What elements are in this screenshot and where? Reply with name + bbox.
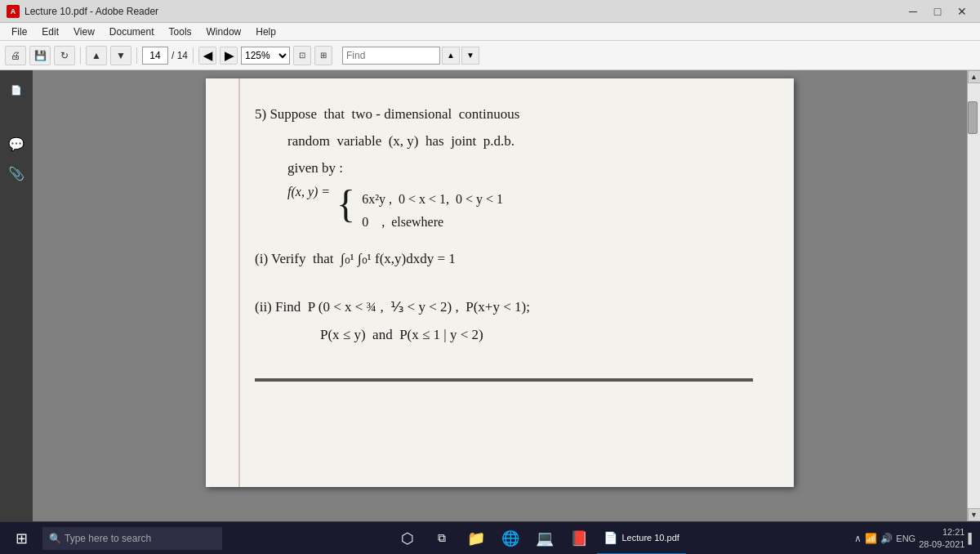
close-button[interactable]: ✕ [951,3,973,20]
date-display: 28-09-2021 [919,538,964,550]
toolbar: 🖨 💾 ↻ ▲ ▼ / 14 ◀ ▶ 125% 100% 150% 75% ⊡ … [0,41,980,70]
attachments-btn[interactable]: 📎 [5,162,28,185]
pdf-page: 5) Suppose that two - dimensional contin… [206,78,794,487]
math-line-3: given by : [287,157,753,179]
menu-bar: File Edit View Document Tools Window Hel… [0,23,980,41]
taskbar-left: ⊞ 🔍 Type here to search [0,522,222,555]
taskbar-task-view[interactable]: ⧉ [425,522,458,555]
separator-2 [136,47,137,64]
refresh-button[interactable]: ↻ [54,46,75,65]
left-brace: { [336,185,355,224]
start-button[interactable]: ⊞ [3,522,39,555]
minimize-button[interactable]: ─ [902,3,924,20]
menu-file[interactable]: File [5,25,33,39]
zoom-out-button[interactable]: ◀ [198,47,216,65]
zoom-select[interactable]: 125% 100% 150% 75% [241,47,290,65]
taskbar-chrome[interactable]: 🌐 [494,522,527,555]
clock[interactable]: 12:21 28-09-2021 [919,526,964,550]
case-2: 0 , elsewhere [362,211,503,235]
math-line-find: (ii) Find P (0 < x < ¾ , ⅓ < y < 2) , P(… [255,296,753,318]
scroll-track[interactable] [968,83,980,508]
page-navigation: / 14 [142,47,188,65]
left-panel: 📄 💬 📎 [0,70,33,521]
time-display: 12:21 [919,526,964,538]
menu-view[interactable]: View [67,25,101,39]
taskbar-cortana[interactable]: ⬡ [391,522,424,555]
menu-edit[interactable]: Edit [35,25,65,39]
taskbar-terminal[interactable]: 💻 [528,522,561,555]
separator-3 [193,47,194,64]
title-bar-left: A Lecture 10.pdf - Adobe Reader [7,5,158,18]
system-tray: ∧ 📶 🔊 [854,533,893,544]
search-icon: 🔍 [49,533,61,544]
page-number-input[interactable] [142,47,168,65]
menu-help[interactable]: Help [249,25,283,39]
fit-page-button[interactable]: ⊡ [293,46,311,65]
prev-page-button[interactable]: ▲ [86,46,107,65]
app-icon: A [7,5,20,18]
taskbar: ⊞ 🔍 Type here to search ⬡ ⧉ 📁 🌐 💻 📕 📄 Le… [0,521,980,554]
page-thumbnail-btn[interactable]: 📄 [5,78,28,101]
title-bar: A Lecture 10.pdf - Adobe Reader ─ □ ✕ [0,0,980,23]
math-content: 5) Suppose that two - dimensional contin… [255,103,753,382]
window-title: Lecture 10.pdf - Adobe Reader [24,6,158,17]
section-divider [255,378,753,382]
search-bar-label: Type here to search [65,533,151,544]
maximize-button[interactable]: □ [926,3,949,20]
taskbar-file-explorer[interactable]: 📁 [460,522,492,555]
network-icon[interactable]: 📶 [865,533,877,544]
taskbar-pdf-app[interactable]: 📄 Lecture 10.pdf [597,522,686,555]
pdf-area[interactable]: 5) Suppose that two - dimensional contin… [33,70,967,521]
find-next-button[interactable]: ▼ [461,47,479,65]
fit-width-button[interactable]: ⊞ [314,46,332,65]
brace-lines: 6x²y , 0 < x < 1, 0 < y < 1 0 , elsewher… [362,185,503,235]
window-controls: ─ □ ✕ [902,3,973,20]
separator-1 [80,47,81,64]
scroll-thumb[interactable] [968,101,978,134]
math-line-verify: (i) Verify that ∫₀¹ ∫₀¹ f(x,y)dxdy = 1 [255,248,753,270]
windows-icon: ⊞ [16,529,28,547]
page-total: / 14 [172,50,188,61]
menu-tools[interactable]: Tools [163,25,198,39]
show-desktop-button[interactable]: ▌ [968,533,975,544]
speaker-icon[interactable]: 🔊 [880,533,893,544]
piecewise-function: f(x, y) = { 6x²y , 0 < x < 1, 0 < y < 1 … [287,185,753,235]
menu-window[interactable]: Window [200,25,248,39]
save-button[interactable]: 💾 [29,46,51,65]
math-line-and: P(x ≤ y) and P(x ≤ 1 | y < 2) [320,324,753,346]
taskbar-center: ⬡ ⧉ 📁 🌐 💻 📕 📄 Lecture 10.pdf [391,522,686,555]
language-label[interactable]: ENG [896,534,915,543]
search-bar[interactable]: 🔍 Type here to search [42,527,222,550]
bookmarks-btn[interactable]: 💬 [5,132,28,155]
taskbar-acrobat[interactable]: 📕 [563,522,595,555]
math-line-1: 5) Suppose that two - dimensional contin… [255,103,753,125]
scroll-up-button[interactable]: ▲ [968,70,981,83]
main-area: 📄 💬 📎 5) Suppose that two - dimensional … [0,70,980,521]
right-scrollbar[interactable]: ▲ ▼ [967,70,980,521]
scroll-down-button[interactable]: ▼ [968,508,981,521]
next-page-button[interactable]: ▼ [110,46,131,65]
menu-document[interactable]: Document [103,25,161,39]
taskbar-app-label: Lecture 10.pdf [622,533,679,543]
print-button[interactable]: 🖨 [5,46,26,65]
function-label: f(x, y) = [287,185,330,199]
zoom-in-button[interactable]: ▶ [220,47,238,65]
spacer-1 [255,275,753,291]
taskbar-right: ∧ 📶 🔊 ENG 12:21 28-09-2021 ▌ [854,526,980,550]
tray-arrow[interactable]: ∧ [854,533,862,544]
find-group: ▲ ▼ [342,47,479,65]
find-prev-button[interactable]: ▲ [442,47,460,65]
case-1: 6x²y , 0 < x < 1, 0 < y < 1 [362,188,503,212]
find-input[interactable] [342,47,440,65]
math-line-2: random variable (x, y) has joint p.d.b. [287,130,753,152]
